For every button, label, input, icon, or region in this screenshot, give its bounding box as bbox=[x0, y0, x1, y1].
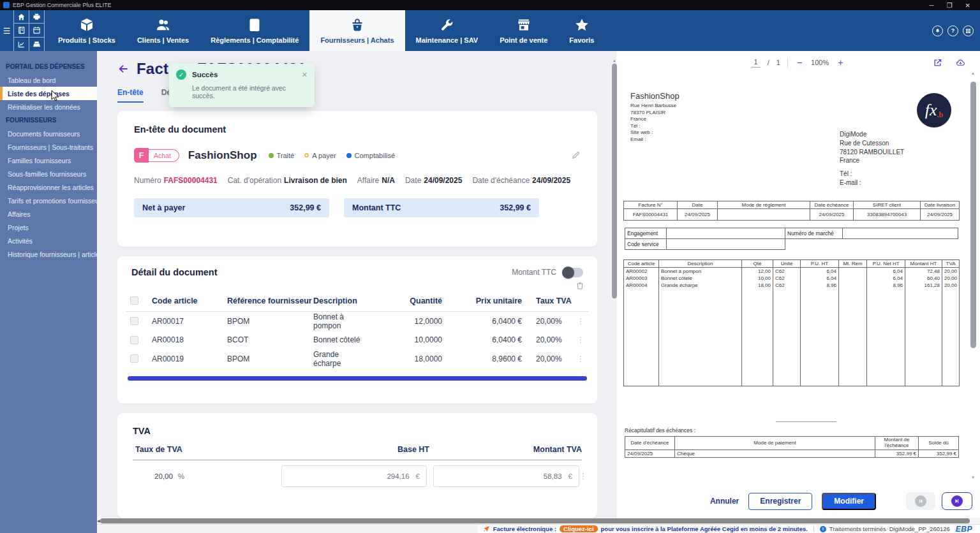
nav-item-reglements-comptabilite[interactable]: Règlements | Comptabilité bbox=[200, 10, 309, 51]
tva-card-title: TVA bbox=[133, 426, 582, 436]
scroll-left-icon[interactable]: ◀ bbox=[97, 518, 100, 523]
nav-item-clients-ventes[interactable]: Clients | Ventes bbox=[126, 10, 200, 51]
table-horizontal-scrollbar[interactable] bbox=[128, 376, 587, 381]
montant-tva-input[interactable]: 58,83€ bbox=[433, 465, 579, 487]
zoom-in-icon[interactable]: + bbox=[836, 57, 845, 68]
sidebar-item-fournisseurs-sous-traitants[interactable]: Fournisseurs | Sous-traitants bbox=[0, 140, 97, 154]
pdf-invoice-info-table: Facture N°DateMode de règlement Date éch… bbox=[623, 201, 960, 221]
scroll-down-icon[interactable]: ▼ bbox=[969, 476, 977, 479]
nav-item-label: Clients | Ventes bbox=[137, 36, 189, 44]
row-checkbox[interactable] bbox=[130, 336, 138, 344]
page-total: 1 bbox=[776, 59, 780, 66]
row-menu-icon[interactable]: ⋮ bbox=[575, 354, 586, 363]
app-window: EBP Gestion Commerciale Plus ELITE ─ ❐ ✕… bbox=[0, 0, 980, 533]
detail-card: Détail du document Montant TTC Code arti… bbox=[117, 256, 597, 404]
sidebar-item-documents-fournisseurs[interactable]: Documents fournisseurs bbox=[0, 127, 97, 140]
base-ht-input[interactable]: 294,16€ bbox=[281, 465, 427, 487]
ledger-icon[interactable] bbox=[14, 24, 29, 37]
zoom-level: 100% bbox=[811, 59, 829, 66]
row-menu-icon[interactable]: ⋮ bbox=[575, 335, 586, 344]
sidebar-item-projets[interactable]: Projets bbox=[0, 221, 97, 234]
sidebar-item-liste-des-depenses[interactable]: Liste des dépenses bbox=[0, 87, 97, 100]
nav-item-produits-stocks[interactable]: Produits | Stocks bbox=[47, 10, 126, 51]
app-icon bbox=[3, 2, 10, 8]
notifications-bell-icon[interactable] bbox=[932, 26, 943, 36]
table-row[interactable]: AR00018BCOTBonnet côtelé 10,00006,0400 €… bbox=[126, 331, 588, 350]
restore-icon[interactable]: ❐ bbox=[947, 2, 953, 9]
tva-table-header: Taux de TVA Base HT Montant TVA bbox=[133, 436, 582, 460]
pdf-engagement-table: Engagement Numéro de marché Code service bbox=[625, 228, 958, 250]
chart-icon[interactable] bbox=[14, 38, 29, 51]
nav-item-favoris[interactable]: Favoris bbox=[558, 10, 605, 51]
table-row[interactable]: AR00019BPOMGrande écharpe 18,00008,9600 … bbox=[126, 349, 588, 369]
nav-item-point-de-vente[interactable]: Point de vente bbox=[489, 10, 558, 51]
row-menu-icon[interactable]: ⋮ bbox=[575, 317, 586, 326]
meta-date: Date24/09/2025 bbox=[405, 176, 462, 185]
tva-rate: 20,00% bbox=[133, 472, 281, 480]
edit-pencil-icon[interactable] bbox=[571, 150, 581, 160]
row-checkbox[interactable] bbox=[130, 354, 138, 363]
total-value: 352,99 € bbox=[290, 203, 321, 212]
home-icon[interactable] bbox=[14, 10, 29, 24]
save-button[interactable]: Enregistrer bbox=[748, 493, 812, 510]
back-arrow-icon[interactable] bbox=[117, 63, 129, 75]
hamburger-menu-icon[interactable]: ☰ bbox=[0, 10, 13, 51]
open-in-new-window-icon[interactable] bbox=[933, 58, 942, 68]
sidebar-item-historique-fournisseurs-articles[interactable]: Historique fournisseurs | articles bbox=[0, 247, 97, 261]
sidebar-item-familles-fournisseurs[interactable]: Familles fournisseurs bbox=[0, 154, 97, 167]
col-taux-tva: Taux TVA bbox=[526, 296, 575, 305]
minimize-icon[interactable]: ─ bbox=[930, 2, 934, 9]
store-icon bbox=[516, 17, 531, 33]
document-type-badge: F Achat bbox=[134, 148, 179, 163]
help-icon[interactable]: ? bbox=[947, 26, 958, 36]
horizontal-scrollbar[interactable]: ◀ bbox=[97, 518, 980, 524]
row-menu-icon[interactable]: ⋮ bbox=[579, 472, 587, 481]
toggle-knob bbox=[562, 266, 574, 279]
previous-document-button[interactable] bbox=[906, 492, 935, 510]
pdf-client-address: DigiMode Rue de Cutesson 78120 RAMBOUILL… bbox=[840, 130, 904, 187]
scrollbar-thumb[interactable] bbox=[970, 82, 976, 348]
apps-grid-icon[interactable] bbox=[963, 26, 974, 36]
net-a-payer-box: Net à payer 352,99 € bbox=[134, 198, 329, 217]
select-all-checkbox[interactable] bbox=[130, 296, 138, 305]
toast-close-icon[interactable]: ✕ bbox=[302, 71, 308, 79]
edit-button[interactable]: Modifier bbox=[822, 493, 876, 510]
close-icon[interactable]: ✕ bbox=[965, 2, 970, 9]
sidebar-item-reapprovisionner-les-articles[interactable]: Réapprovisionner les articles bbox=[0, 180, 97, 194]
nav-item-fournisseurs-achats[interactable]: Fournisseurs | Achats bbox=[309, 10, 405, 51]
cloud-download-icon[interactable] bbox=[955, 58, 966, 68]
sidebar-item-sous-familles-fournisseurs[interactable]: Sous-familles fournisseurs bbox=[0, 167, 97, 180]
sidebar-item-tarifs-promotions-fournisseurs[interactable]: Tarifs et promotions fournisseurs bbox=[0, 194, 97, 207]
quick-icon-grid bbox=[13, 10, 45, 51]
achat-pill: Achat bbox=[149, 149, 179, 162]
pdf-preview-panel: 1 / 1 − 100% + bbox=[616, 51, 980, 518]
einvoice-badge[interactable]: Cliquez-ici bbox=[560, 525, 598, 532]
calendar-icon[interactable] bbox=[29, 24, 45, 37]
tab-en-tete[interactable]: En-tête bbox=[117, 88, 144, 103]
sidebar-item-activites[interactable]: Activités bbox=[0, 234, 97, 247]
cash-register-icon[interactable] bbox=[29, 38, 45, 51]
zoom-out-icon[interactable]: − bbox=[795, 57, 804, 68]
nav-item-maintenance-sav[interactable]: Maintenance | SAV bbox=[405, 10, 489, 51]
row-checkbox[interactable] bbox=[130, 317, 138, 325]
printer-icon[interactable] bbox=[29, 10, 45, 24]
page-number-input[interactable]: 1 bbox=[752, 58, 761, 68]
sidebar-item-affaires[interactable]: Affaires bbox=[0, 207, 97, 221]
sidebar-item-tableau-de-bord[interactable]: Tableau de bord bbox=[0, 73, 97, 87]
nav-item-label: Règlements | Comptabilité bbox=[211, 36, 299, 44]
people-icon bbox=[156, 17, 171, 33]
col-code-article: Code article bbox=[152, 296, 227, 305]
top-navigation: ☰ Produits | Stocks Clients | Ventes Règ… bbox=[0, 10, 980, 51]
pdf-vertical-scrollbar[interactable]: ▲ ▼ bbox=[969, 71, 977, 468]
statusbar-divider bbox=[813, 526, 814, 532]
scroll-up-icon[interactable]: ▲ bbox=[969, 71, 977, 75]
montant-ttc-toggle[interactable] bbox=[562, 268, 583, 277]
tva-row: 20,00% 294,16€ 58,83€ ⋮ bbox=[133, 465, 582, 487]
next-document-button[interactable] bbox=[942, 492, 972, 510]
table-row[interactable]: AR00017BPOMBonnet à pompon 12,00006,0400… bbox=[126, 312, 588, 331]
sidebar-item-reinitialiser-les-donnees[interactable]: Réinitialiser les données bbox=[0, 100, 97, 113]
cancel-button[interactable]: Annuler bbox=[710, 497, 739, 506]
scrollbar-thumb[interactable] bbox=[100, 518, 970, 523]
basket-icon bbox=[350, 17, 365, 33]
delete-rows-icon[interactable] bbox=[575, 281, 584, 290]
